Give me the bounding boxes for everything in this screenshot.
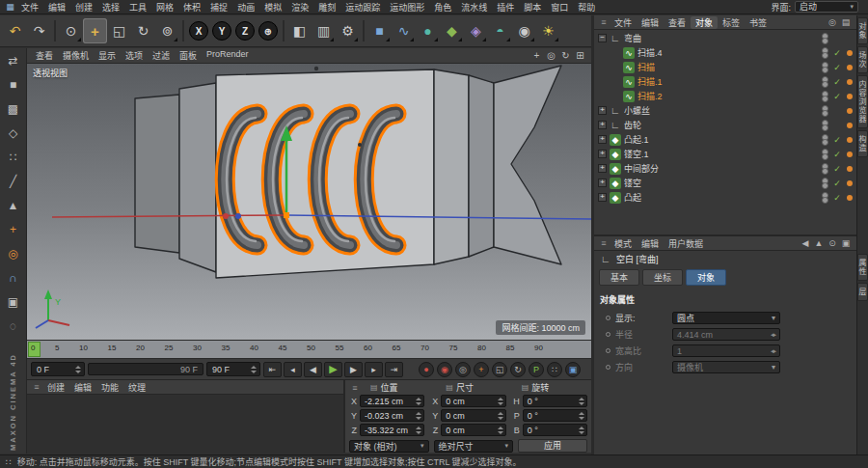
move-tool-icon[interactable]: + (83, 18, 107, 43)
object-row[interactable]: + ◆ 凸起.1 (594, 132, 856, 147)
enable-check-icon[interactable] (832, 193, 842, 203)
solo-button[interactable]: ▣ (565, 362, 581, 377)
enable-check-icon[interactable] (832, 150, 842, 159)
layer-dot-icon[interactable] (847, 65, 853, 70)
object-type-icon[interactable]: ◆ (610, 192, 621, 204)
expander-icon[interactable]: + (598, 193, 607, 202)
enable-check-icon[interactable] (832, 48, 842, 58)
menu-item[interactable]: 角色 (429, 3, 456, 13)
panel-menu-icon[interactable]: ≡ (349, 383, 361, 393)
material-list-area[interactable] (27, 395, 343, 453)
dock-tab[interactable]: 对象 (857, 17, 868, 44)
object-type-icon[interactable]: ∟ (610, 105, 621, 117)
dock-tab[interactable]: 内容浏览器 (857, 75, 868, 128)
filter-icon[interactable]: ▤ (839, 17, 853, 27)
workplane-lock-icon[interactable]: ▣ (3, 292, 24, 312)
record-rotation-button[interactable]: ↻ (510, 362, 526, 377)
object-name[interactable]: 扫描.2 (637, 90, 819, 102)
stepper-icon[interactable] (75, 366, 81, 373)
menu-item[interactable]: 渲染 (286, 3, 313, 13)
object-manager-menu-item[interactable]: 书签 (745, 16, 772, 29)
expander-icon[interactable]: + (598, 164, 607, 173)
dock-tab[interactable]: 属性 (857, 254, 868, 281)
object-row[interactable]: ∿ 扫描.2 (594, 89, 856, 103)
position-field[interactable]: -0.023 cm (360, 409, 424, 422)
render-to-picture-viewer-icon[interactable]: ▥ (312, 18, 336, 43)
rotate-tool-icon[interactable]: ↻ (131, 18, 155, 43)
position-field[interactable]: -2.215 cm (360, 395, 424, 407)
object-row[interactable]: ∿ 扫描.1 (594, 74, 856, 89)
object-manager-menu-item[interactable]: 标签 (718, 16, 745, 29)
live-selection-icon[interactable]: ⊙ (59, 18, 83, 43)
attribute-menu-item[interactable]: 模式 (610, 237, 637, 250)
menu-item[interactable]: 网格 (151, 3, 178, 13)
keyframe-dot-icon[interactable] (606, 316, 610, 320)
layer-dot-icon[interactable] (847, 123, 853, 128)
size-field[interactable]: 0 cm (441, 409, 505, 422)
attribute-control[interactable]: 摄像机 (672, 361, 780, 373)
attribute-control[interactable]: 圆点 (672, 312, 780, 324)
view-label[interactable]: 透视视图 (33, 67, 68, 79)
record-scale-button[interactable]: ◱ (492, 362, 507, 377)
viewport-menu-item[interactable]: 过滤 (148, 49, 175, 62)
last-used-tool-icon[interactable]: ⊚ (155, 18, 179, 43)
object-name[interactable]: 齿轮 (624, 119, 819, 131)
layer-dot-icon[interactable] (847, 137, 853, 143)
history-back-icon[interactable]: ◀ (799, 238, 812, 248)
viewport-solo-icon[interactable]: ◎ (3, 244, 24, 263)
apply-button[interactable]: 应用 (518, 439, 587, 453)
zoom-view-icon[interactable]: ◎ (544, 50, 558, 61)
end-frame-field[interactable]: 90 F (206, 362, 260, 376)
viewport-canvas[interactable]: Y 透视视图 网格间距: 10000 cm (27, 64, 591, 341)
history-up-icon[interactable]: ▲ (812, 238, 826, 248)
keyframe-dot-icon[interactable] (606, 332, 610, 337)
rotation-field[interactable]: 0 ° (523, 395, 587, 407)
go-to-start-button[interactable]: ⇤ (263, 362, 282, 377)
add-generator-icon[interactable]: ◆ (440, 18, 464, 43)
enable-snap-icon[interactable]: ∩ (3, 268, 24, 288)
visibility-toggles-icon[interactable] (822, 47, 827, 59)
attribute-control[interactable]: 4.414 cm (672, 328, 780, 341)
make-editable-icon[interactable]: ⇄ (3, 51, 24, 70)
record-position-button[interactable]: + (474, 362, 489, 377)
render-view-icon[interactable]: ◧ (287, 18, 312, 43)
frame-range-slider[interactable]: 90 F (88, 363, 203, 375)
object-name[interactable]: 中间部分 (624, 162, 819, 175)
object-manager-menu-item[interactable]: 文件 (610, 16, 637, 29)
play-button[interactable]: ▶ (324, 362, 342, 377)
add-spline-icon[interactable]: ∿ (392, 18, 416, 43)
object-type-icon[interactable]: ◆ (610, 149, 621, 160)
render-settings-icon[interactable]: ⚙ (336, 18, 360, 43)
visibility-toggles-icon[interactable] (822, 91, 827, 102)
expander-icon[interactable]: + (598, 179, 607, 187)
object-row[interactable]: + ◆ 中间部分 (594, 161, 856, 176)
app-logo-icon[interactable]: ▦ (4, 2, 16, 12)
menu-item[interactable]: 流水线 (456, 3, 492, 13)
interaction-lock-icon[interactable]: ◌ (3, 317, 24, 336)
enable-check-icon[interactable] (832, 135, 842, 145)
edges-mode-icon[interactable]: ╱ (3, 172, 24, 191)
object-row[interactable]: + ◆ 镂空.1 (594, 147, 856, 161)
attribute-tab[interactable]: 基本 (599, 269, 639, 286)
visibility-toggles-icon[interactable] (822, 163, 827, 175)
visibility-toggles-icon[interactable] (822, 62, 827, 73)
add-camera-icon[interactable]: ◉ (512, 18, 536, 43)
lock-icon[interactable]: ▣ (839, 238, 853, 248)
material-menu-item[interactable]: 编辑 (69, 381, 96, 394)
redo-icon[interactable]: ↷ (27, 18, 51, 43)
position-field[interactable]: -35.322 cm (360, 424, 424, 436)
enable-check-icon[interactable] (832, 92, 842, 101)
object-row[interactable]: ∿ 扫描 (594, 60, 856, 74)
add-cube-icon[interactable]: ■ (367, 18, 392, 43)
viewport-menu-item[interactable]: 显示 (94, 49, 121, 62)
object-name[interactable]: 凸起 (624, 191, 819, 204)
layer-dot-icon[interactable] (847, 50, 853, 56)
polygons-mode-icon[interactable]: ▲ (3, 196, 24, 215)
panel-menu-icon[interactable]: ≡ (598, 238, 610, 248)
expander-icon[interactable]: − (598, 34, 607, 42)
object-type-icon[interactable]: ◆ (610, 163, 621, 175)
texture-mode-icon[interactable]: ▩ (3, 99, 24, 119)
expander-icon[interactable]: + (598, 106, 607, 115)
object-name[interactable]: 小螺丝 (624, 104, 819, 117)
menu-item[interactable]: 创建 (70, 3, 97, 13)
